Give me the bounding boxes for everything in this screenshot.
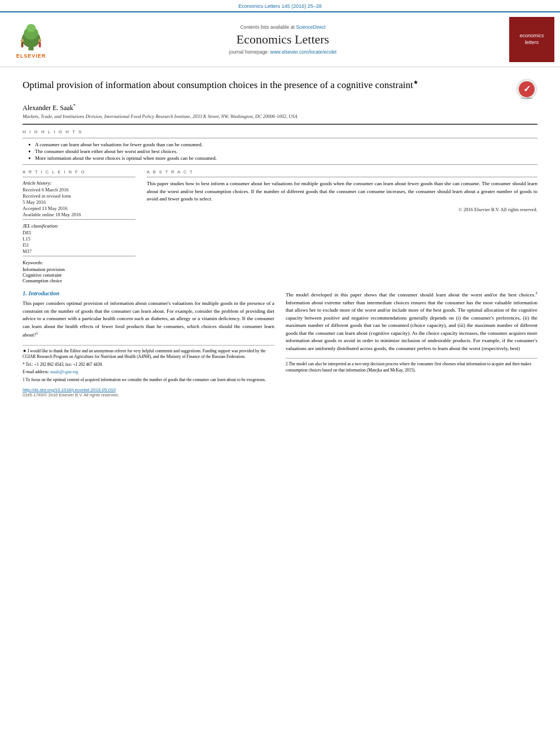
elsevier-label: ELSEVIER xyxy=(16,53,46,59)
elsevier-logo: ELSEVIER xyxy=(6,21,56,59)
journal-ref: Economics Letters 145 (2016) 25–28 xyxy=(0,0,560,11)
svg-text:CrossMark: CrossMark xyxy=(521,97,532,99)
footnote-ref-1: 1 xyxy=(36,331,38,335)
jel-divider xyxy=(23,219,135,220)
accepted-text: Accepted 13 May 2016 xyxy=(23,206,135,211)
body-col-right: The model developed in this paper shows … xyxy=(286,290,537,397)
highlights-bottom-divider xyxy=(23,164,537,165)
footnote-ref-2: 2 xyxy=(536,291,538,295)
footnote-star: ★ I would like to thank the Editor and a… xyxy=(23,348,274,360)
article-title-block: Optimal provision of information about c… xyxy=(23,78,510,92)
homepage-url[interactable]: www.elsevier.com/locate/ecolet xyxy=(270,49,337,55)
info-divider xyxy=(23,177,135,177)
homepage-line: journal homepage: www.elsevier.com/locat… xyxy=(62,49,504,55)
badge-line1: economics xyxy=(519,33,544,40)
svg-point-6 xyxy=(38,39,42,42)
badge-line2: letters xyxy=(525,40,539,46)
journal-title: Economics Letters xyxy=(62,32,504,47)
body-col1-p1: This paper considers optimal provision o… xyxy=(23,300,274,339)
main-content: Optimal provision of information about c… xyxy=(0,67,560,403)
author-name: Alexander E. Saak xyxy=(23,104,73,112)
history-label: Article history: xyxy=(23,180,135,186)
header-banner: ELSEVIER Contents lists available at Sci… xyxy=(0,11,560,67)
highlight-item-1: A consumer can learn about her valuation… xyxy=(28,142,537,147)
available-text: Available online 18 May 2016 xyxy=(23,212,135,217)
footnote-1: 1 To focus on the optimal content of acq… xyxy=(23,377,274,383)
email-label: E-mail address: xyxy=(23,369,49,374)
affiliation: Markets, Trade, and Institutions Divisio… xyxy=(23,113,537,119)
elsevier-tree-icon xyxy=(11,21,51,52)
info-abstract-section: A R T I C L E I N F O Article history: R… xyxy=(23,169,537,283)
doi-url[interactable]: http://dx.doi.org/10.1016/j.econlet.2016… xyxy=(23,387,116,392)
svg-point-4 xyxy=(21,39,24,42)
sciencedirect-line: Contents lists available at ScienceDirec… xyxy=(62,24,504,30)
body-col2-p1: The model developed in this paper shows … xyxy=(286,290,537,352)
author-star: * xyxy=(73,103,76,108)
svg-point-3 xyxy=(27,24,36,32)
highlights-label: H I G H L I G H T S xyxy=(23,129,537,134)
footnotes-left: ★ I would like to thank the Editor and a… xyxy=(23,345,274,383)
highlight-item-2: The consumer should learn either about h… xyxy=(28,148,537,154)
sciencedirect-link[interactable]: ScienceDirect xyxy=(296,24,325,30)
copyright: © 2016 Elsevier B.V. All rights reserved… xyxy=(147,207,537,212)
jel-m37: M37 xyxy=(23,248,135,254)
footnote-email: E-mail address: asaak@cgiar.org xyxy=(23,369,274,375)
section1-heading: 1. Introduction xyxy=(23,290,274,296)
highlights-list: A consumer can learn about her valuation… xyxy=(23,142,537,161)
keyword-2: Cognitive constraint xyxy=(23,272,135,278)
highlight-item-3: More information about the worst choices… xyxy=(28,155,537,161)
keywords-divider xyxy=(23,256,135,256)
highlights-top-divider xyxy=(23,138,537,138)
keyword-1: Information provision xyxy=(23,267,135,272)
journal-ref-text: Economics Letters 145 (2016) 25–28 xyxy=(238,3,322,9)
revised-text: Received in revised form xyxy=(23,193,135,199)
email-link[interactable]: asaak@cgiar.org xyxy=(50,369,78,374)
contents-text: Contents lists available at xyxy=(240,24,294,30)
title-star: ★ xyxy=(413,79,418,85)
footnotes-right: 2 The model can also be interpreted as a… xyxy=(286,358,537,373)
jel-label: JEL classification: xyxy=(23,223,135,229)
abstract-text: This paper studies how to best inform a … xyxy=(147,180,537,203)
doi-section: http://dx.doi.org/10.1016/j.econlet.2016… xyxy=(23,387,274,397)
svg-rect-5 xyxy=(21,42,24,47)
footnote-contact: * Tel.: +1 202 862 4543; fax: +1 202 467… xyxy=(23,362,274,368)
header-center: Contents lists available at ScienceDirec… xyxy=(62,24,504,55)
body-columns: 1. Introduction This paper considers opt… xyxy=(23,290,537,397)
revised-date: 5 May 2016 xyxy=(23,199,135,205)
keywords-label: Keywords: xyxy=(23,260,135,265)
svg-text:✓: ✓ xyxy=(523,84,531,94)
jel-l15: L15 xyxy=(23,236,135,242)
jel-section: JEL classification: D83 L15 I51 M37 xyxy=(23,223,135,254)
body-col-left: 1. Introduction This paper considers opt… xyxy=(23,290,274,397)
author-line: Alexander E. Saak* xyxy=(23,103,537,112)
crossmark-icon[interactable]: ✓ CrossMark xyxy=(516,78,537,100)
page: Economics Letters 145 (2016) 25–28 ELSEV… xyxy=(0,0,560,747)
abstract-divider xyxy=(147,177,537,177)
article-info-col: A R T I C L E I N F O Article history: R… xyxy=(23,169,135,283)
homepage-text: journal homepage: xyxy=(229,49,269,55)
abstract-label: A B S T R A C T xyxy=(147,169,537,174)
footnote-2: 2 The model can also be interpreted as a… xyxy=(286,361,537,373)
keyword-3: Consumption choice xyxy=(23,278,135,283)
jel-d83: D83 xyxy=(23,230,135,235)
received-text: Received 6 March 2016 xyxy=(23,187,135,193)
title-divider xyxy=(23,124,537,125)
keywords-section: Keywords: Information provision Cognitiv… xyxy=(23,260,135,283)
doi-link[interactable]: http://dx.doi.org/10.1016/j.econlet.2016… xyxy=(23,387,274,392)
issn-text: 0165-1765/© 2016 Elsevier B.V. All right… xyxy=(23,392,274,397)
abstract-col: A B S T R A C T This paper studies how t… xyxy=(147,169,537,283)
eco-letters-badge: economics letters xyxy=(509,17,554,62)
jel-i51: I51 xyxy=(23,242,135,248)
article-title: Optimal provision of information about c… xyxy=(23,78,510,92)
article-info-label: A R T I C L E I N F O xyxy=(23,169,135,174)
svg-rect-7 xyxy=(39,42,41,47)
article-title-section: Optimal provision of information about c… xyxy=(23,78,537,100)
